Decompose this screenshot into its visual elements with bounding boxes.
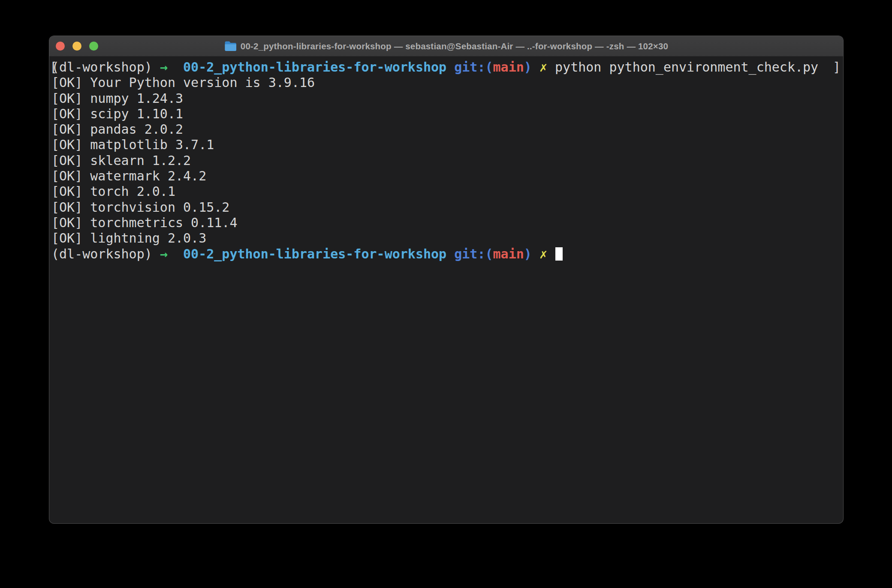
output-text: [OK] Your Python version is 3.9.16 xyxy=(51,75,315,90)
output-text: [OK] scipy 1.10.1 xyxy=(51,106,183,121)
prompt-segment: (dl-workshop) xyxy=(51,246,160,261)
prompt-segment xyxy=(532,60,539,75)
output-line: [OK] torchvision 0.15.2 xyxy=(51,200,841,215)
output-line: [OK] torchmetrics 0.11.4 xyxy=(51,215,841,231)
prompt-segment: → xyxy=(160,246,168,261)
prompt-segment xyxy=(168,60,183,75)
window-titlebar[interactable]: 00-2_python-libraries-for-workshop — seb… xyxy=(49,36,843,57)
output-text: [OK] torch 2.0.1 xyxy=(51,184,175,199)
output-line: [OK] matplotlib 3.7.1 xyxy=(51,137,841,153)
output-text: [OK] matplotlib 3.7.1 xyxy=(51,137,214,152)
prompt-segment: (dl-workshop) xyxy=(51,60,160,75)
prompt-segment: main xyxy=(493,60,524,75)
prompt-segment: git:( xyxy=(454,60,493,75)
output-text: [OK] torchvision 0.15.2 xyxy=(51,200,229,215)
output-text: [OK] numpy 1.24.3 xyxy=(51,91,183,106)
prompt-segment xyxy=(168,246,183,261)
output-text: [OK] sklearn 1.2.2 xyxy=(51,153,191,168)
output-text: [OK] watermark 2.4.2 xyxy=(51,168,206,183)
desktop-background: 00-2_python-libraries-for-workshop — seb… xyxy=(0,0,892,588)
prompt-segment: ✗ xyxy=(539,246,547,261)
prompt-line-idle: (dl-workshop) → 00-2_python-libraries-fo… xyxy=(51,246,841,262)
prompt-segment xyxy=(532,246,539,261)
terminal-cursor xyxy=(555,247,563,261)
output-line: [OK] watermark 2.4.2 xyxy=(51,168,841,184)
prompt-line-command: [(dl-workshop) → 00-2_python-libraries-f… xyxy=(51,60,841,75)
prompt-segment xyxy=(547,246,555,261)
prompt-segment: ) xyxy=(524,60,532,75)
prompt-segment: main xyxy=(493,246,524,261)
minimize-button[interactable] xyxy=(72,42,81,51)
prompt-segment: ✗ xyxy=(539,60,547,75)
prompt-segment: → xyxy=(160,60,168,75)
output-line: [OK] Your Python version is 3.9.16 xyxy=(51,75,841,90)
output-text: [OK] lightning 2.0.3 xyxy=(51,231,206,246)
prompt-segment xyxy=(446,60,454,75)
output-line: [OK] pandas 2.0.2 xyxy=(51,122,841,137)
output-line: [OK] torch 2.0.1 xyxy=(51,184,841,199)
output-line: [OK] scipy 1.10.1 xyxy=(51,106,841,122)
output-line: [OK] lightning 2.0.3 xyxy=(51,231,841,246)
close-button[interactable] xyxy=(56,42,65,51)
terminal-screen[interactable]: [(dl-workshop) → 00-2_python-libraries-f… xyxy=(49,57,843,262)
prompt-segment: git:( xyxy=(454,246,493,261)
output-text: [OK] torchmetrics 0.11.4 xyxy=(51,215,237,230)
window-title-text: 00-2_python-libraries-for-workshop — seb… xyxy=(241,41,668,51)
line-left-bracket: [ xyxy=(50,60,57,75)
prompt-segment: 00-2_python-libraries-for-workshop xyxy=(183,246,446,261)
prompt-segment: ) xyxy=(524,246,532,261)
output-line: [OK] numpy 1.24.3 xyxy=(51,91,841,106)
prompt-segment: 00-2_python-libraries-for-workshop xyxy=(183,60,446,75)
prompt-segment: python python_environment_check.py xyxy=(547,60,818,75)
prompt-segment xyxy=(446,246,454,261)
zoom-button[interactable] xyxy=(89,42,98,51)
traffic-lights xyxy=(56,36,98,56)
line-right-bracket: ] xyxy=(833,60,841,75)
terminal-window: 00-2_python-libraries-for-workshop — seb… xyxy=(49,36,844,524)
window-title: 00-2_python-libraries-for-workshop — seb… xyxy=(224,41,668,51)
output-text: [OK] pandas 2.0.2 xyxy=(51,122,183,137)
output-line: [OK] sklearn 1.2.2 xyxy=(51,153,841,168)
folder-icon xyxy=(224,41,237,51)
